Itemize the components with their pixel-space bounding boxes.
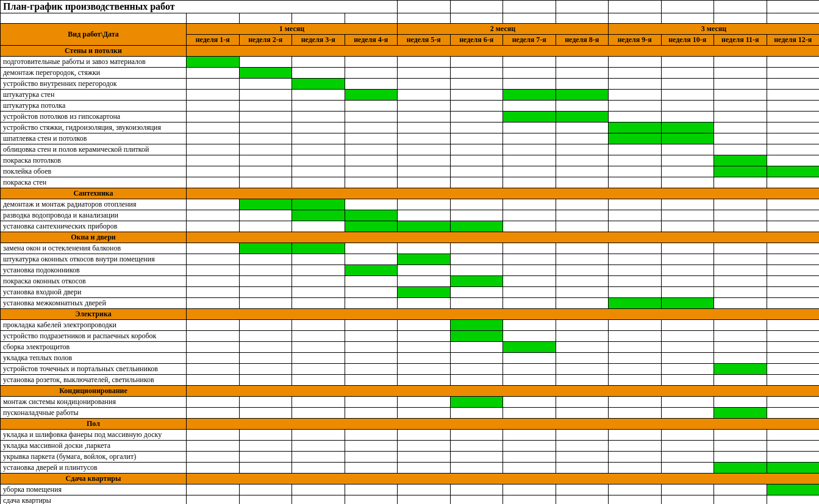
gantt-cell bbox=[503, 495, 556, 505]
gantt-cell bbox=[556, 210, 609, 221]
gantt-cell bbox=[450, 287, 503, 298]
gantt-cell bbox=[450, 155, 503, 166]
gantt-cell bbox=[767, 155, 819, 166]
gantt-cell bbox=[661, 155, 714, 166]
task-label: устройстов потолков из гипсокартона bbox=[1, 112, 187, 122]
page-title: План-график производственных работ bbox=[1, 1, 398, 13]
gantt-cell-filled bbox=[239, 243, 292, 254]
gantt-cell bbox=[187, 90, 240, 101]
task-label: штукатурка оконных откосов внутри помеще… bbox=[1, 254, 187, 265]
section-header: Электрика bbox=[1, 309, 187, 320]
gantt-cell bbox=[187, 79, 240, 90]
gantt-cell bbox=[239, 430, 292, 441]
gantt-cell bbox=[609, 112, 662, 122]
empty-cell bbox=[503, 1, 556, 13]
gantt-cell bbox=[292, 254, 345, 265]
gantt-cell bbox=[661, 243, 714, 254]
gantt-cell bbox=[661, 90, 714, 101]
empty-cell bbox=[450, 1, 503, 13]
gantt-cell bbox=[345, 254, 398, 265]
gantt-cell-filled bbox=[450, 397, 503, 408]
gantt-cell bbox=[609, 254, 662, 265]
gantt-cell bbox=[398, 144, 451, 155]
gantt-cell bbox=[187, 144, 240, 155]
gantt-cell bbox=[661, 430, 714, 441]
gantt-cell bbox=[398, 101, 451, 112]
task-label: поклейка обоев bbox=[1, 166, 187, 177]
gantt-cell bbox=[714, 452, 767, 463]
gantt-cell bbox=[239, 364, 292, 375]
empty-cell bbox=[661, 1, 714, 13]
gantt-cell bbox=[292, 122, 345, 133]
gantt-cell bbox=[714, 221, 767, 232]
gantt-cell bbox=[292, 276, 345, 287]
gantt-cell bbox=[609, 276, 662, 287]
gantt-cell bbox=[609, 397, 662, 408]
gantt-cell bbox=[556, 484, 609, 495]
gantt-cell-filled bbox=[239, 68, 292, 79]
gantt-cell bbox=[345, 79, 398, 90]
gantt-cell bbox=[398, 177, 451, 188]
gantt-cell bbox=[239, 342, 292, 353]
gantt-cell bbox=[556, 265, 609, 276]
empty-cell bbox=[767, 1, 819, 13]
gantt-cell bbox=[398, 265, 451, 276]
task-label: демонтаж перегородок, стяжки bbox=[1, 68, 187, 79]
gantt-cell bbox=[187, 122, 240, 133]
gantt-cell bbox=[187, 364, 240, 375]
gantt-cell bbox=[556, 397, 609, 408]
gantt-cell bbox=[714, 375, 767, 386]
gantt-cell bbox=[609, 90, 662, 101]
gantt-cell-filled bbox=[398, 287, 451, 298]
gantt-cell bbox=[345, 452, 398, 463]
gantt-cell bbox=[398, 155, 451, 166]
gantt-cell bbox=[450, 177, 503, 188]
gantt-cell bbox=[398, 122, 451, 133]
gantt-cell bbox=[714, 133, 767, 144]
week-header: неделя 4-я bbox=[345, 35, 398, 46]
gantt-cell-filled bbox=[714, 408, 767, 419]
gantt-cell bbox=[398, 90, 451, 101]
gantt-cell bbox=[345, 155, 398, 166]
gantt-cell bbox=[187, 408, 240, 419]
gantt-cell bbox=[187, 199, 240, 210]
gantt-cell bbox=[398, 57, 451, 68]
gantt-cell bbox=[450, 463, 503, 474]
gantt-cell bbox=[450, 133, 503, 144]
week-header: неделя 8-я bbox=[556, 35, 609, 46]
gantt-cell bbox=[450, 495, 503, 505]
gantt-cell bbox=[556, 408, 609, 419]
gantt-cell bbox=[556, 166, 609, 177]
gantt-cell bbox=[503, 199, 556, 210]
gantt-cell bbox=[398, 375, 451, 386]
gantt-cell bbox=[767, 408, 819, 419]
gantt-cell bbox=[239, 452, 292, 463]
gantt-cell bbox=[609, 495, 662, 505]
gantt-cell bbox=[767, 254, 819, 265]
gantt-cell bbox=[345, 166, 398, 177]
empty-cell bbox=[714, 13, 767, 24]
gantt-cell bbox=[187, 495, 240, 505]
gantt-cell bbox=[767, 101, 819, 112]
gantt-cell bbox=[239, 254, 292, 265]
gantt-cell bbox=[292, 287, 345, 298]
gantt-cell bbox=[345, 342, 398, 353]
gantt-cell bbox=[609, 68, 662, 79]
gantt-cell bbox=[609, 287, 662, 298]
gantt-cell bbox=[450, 353, 503, 364]
gantt-cell bbox=[609, 79, 662, 90]
gantt-cell bbox=[239, 133, 292, 144]
gantt-cell bbox=[398, 452, 451, 463]
gantt-cell bbox=[556, 463, 609, 474]
gantt-cell bbox=[239, 79, 292, 90]
gantt-cell bbox=[556, 101, 609, 112]
gantt-cell bbox=[398, 364, 451, 375]
gantt-cell bbox=[239, 287, 292, 298]
gantt-cell bbox=[767, 287, 819, 298]
gantt-cell-filled bbox=[609, 133, 662, 144]
gantt-cell bbox=[767, 397, 819, 408]
gantt-cell bbox=[767, 199, 819, 210]
gantt-cell bbox=[714, 353, 767, 364]
gantt-cell bbox=[556, 221, 609, 232]
gantt-cell bbox=[292, 331, 345, 342]
